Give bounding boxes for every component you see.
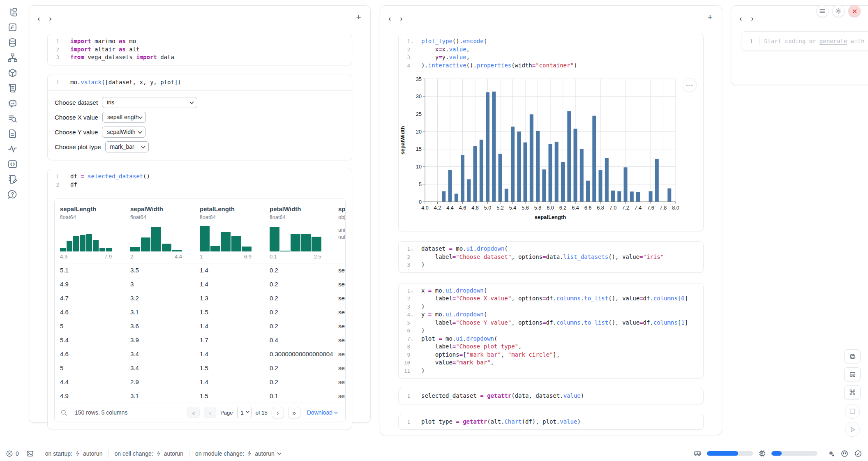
table-row[interactable]: 53.41.50.2setos [55,361,345,375]
chevron-right-icon[interactable]: › [49,14,51,22]
add-cell-button[interactable]: + [705,12,715,22]
svg-text:5.4: 5.4 [509,205,516,211]
line-numbers: 1 [399,392,417,400]
column-header[interactable]: petalWidthfloat640.12.5 [264,205,333,263]
check-circle-icon[interactable] [854,449,862,458]
stop-button[interactable] [845,404,860,419]
terminal-button[interactable] [26,450,34,457]
column-header[interactable]: sepalWidthfloat6424.4 [125,205,194,263]
error-count-indicator[interactable]: 0 [6,450,19,457]
code-editor[interactable]: plot_type().encode( x=x.value, y=y.value… [417,37,703,69]
help-bubble-icon[interactable] [7,189,18,200]
table-row[interactable]: 53.61.40.2setos [55,319,345,333]
save-button[interactable] [844,349,861,363]
table-row[interactable]: 5.13.51.40.2setos [55,263,345,277]
database-icon[interactable] [7,37,18,48]
on-module-change-setting[interactable]: on module change: autorun [195,450,282,457]
svg-text:15: 15 [416,146,422,152]
on-startup-setting[interactable]: on startup: autorun [45,450,103,457]
code-editor[interactable]: import marimo as moimport altair as altf… [66,37,352,62]
notebook-edit-icon[interactable] [7,174,18,184]
menu-button[interactable] [816,5,829,17]
svg-text:5.0: 5.0 [484,205,491,211]
chat-bot-icon[interactable] [7,98,18,108]
dataset-select[interactable]: iris [102,97,197,108]
first-page-button[interactable]: « [187,407,200,418]
next-page-button[interactable]: › [272,407,284,418]
function-square-icon[interactable] [7,22,18,32]
code-editor[interactable]: df = selected_dataset()df [66,173,352,189]
svg-text:25: 25 [416,111,422,117]
package-icon[interactable] [7,67,18,78]
table-row[interactable]: 5.43.91.70.4setos [55,333,345,347]
chart-output: 4.04.24.44.64.85.05.25.45.65.86.06.26.46… [399,73,703,231]
chart-actions-button[interactable]: ••• [683,78,697,92]
sepal-bar-chart: 4.04.24.44.64.85.05.25.45.65.86.06.26.46… [399,73,704,229]
chevron-left-icon[interactable]: ‹ [37,14,40,22]
plot-type-control: Choose plot type mark_bar [55,141,352,152]
dataset-control: Choose dataset iris [55,97,352,108]
list-search-icon[interactable] [7,113,18,124]
table-row[interactable]: 4.42.91.40.2setos [55,375,345,389]
add-cell-button[interactable]: + [353,12,364,22]
previous-page-button[interactable]: ‹ [204,407,216,418]
line-numbers: 1⌄234 [399,37,417,69]
code-cell-plot-type: 1 plot_type = getattr(alt.Chart(df), plo… [399,414,703,430]
svg-text:6.2: 6.2 [559,205,566,211]
chevron-down-icon [334,411,338,414]
code-editor[interactable]: plot_type = getattr(alt.Chart(df), plot.… [417,418,703,426]
column-header[interactable]: petalLengthfloat6416.9 [194,205,264,263]
dependency-graph-icon[interactable] [7,52,18,63]
sparkles-icon[interactable] [827,449,835,458]
document-icon[interactable] [7,128,18,139]
svg-text:5: 5 [419,182,422,187]
code-snippet-icon[interactable] [7,159,18,169]
robot-icon[interactable] [840,449,849,458]
on-cell-change-setting[interactable]: on cell change: autorun [114,450,183,457]
chevron-right-icon[interactable]: › [400,14,402,22]
code-editor[interactable]: x = mo.ui.dropdown( label="Choose X valu… [417,287,703,375]
table-row[interactable]: 4.63.41.40.30000000000000004setos [55,347,345,361]
editor-placeholder: Start coding or generate with [760,38,864,44]
run-button[interactable] [845,422,860,437]
code-cell-df: 12 df = selected_dataset()df [48,169,352,192]
search-icon[interactable] [60,409,67,416]
cpu-usage-meter [771,451,817,456]
file-tree-icon[interactable] [7,7,18,17]
download-button[interactable]: Download [305,409,340,416]
command-palette-button[interactable]: ⌘ [844,385,861,399]
scroll-icon[interactable] [7,83,18,93]
svg-text:6.6: 6.6 [584,205,591,211]
chevron-left-icon[interactable]: ‹ [388,14,391,22]
activity-icon[interactable] [7,143,18,154]
settings-gear-button[interactable] [832,5,845,17]
table-row[interactable]: 4.93.11.50.1setos [55,389,345,403]
plot-type-select[interactable]: mark_bar [105,141,149,152]
code-editor[interactable]: mo.vstack([dataset, x, y, plot]) [66,78,352,87]
table-row[interactable]: 4.931.40.2setos [55,277,345,291]
table-row[interactable]: 4.73.21.30.2setos [55,291,345,305]
code-editor[interactable]: dataset = mo.ui.dropdown( label="Choose … [417,245,703,269]
svg-text:4.0: 4.0 [421,205,428,211]
page-select[interactable]: 1 [237,407,252,418]
y-value-select[interactable]: sepalWidth [102,127,145,138]
table-row[interactable]: 4.63.11.50.2setos [55,305,345,319]
lightning-bolt-icon [156,451,162,456]
svg-text:4.2: 4.2 [434,205,441,211]
column-range: 24.4 [130,254,182,263]
generate-link[interactable]: generate [820,38,847,44]
column-header[interactable]: speciobjecuniqunulls: [333,205,346,263]
empty-code-cell[interactable]: 1 Start coding or generate with [741,31,868,51]
svg-text:7.0: 7.0 [609,205,616,211]
column-range: 0.12.5 [270,254,321,263]
code-editor[interactable]: selected_dataset = getattr(data, dataset… [417,392,703,400]
x-value-select[interactable]: sepalLength [102,112,146,123]
layout-button[interactable] [844,367,861,381]
close-panel-button[interactable] [848,5,861,17]
chevron-left-icon[interactable]: ‹ [739,14,742,22]
x-value-control: Choose X value sepalLength [55,111,352,123]
svg-text:20: 20 [416,129,422,135]
last-page-button[interactable]: » [288,407,300,418]
chevron-right-icon[interactable]: › [751,14,753,22]
column-header[interactable]: sepalLengthfloat644.37.9 [55,205,125,263]
